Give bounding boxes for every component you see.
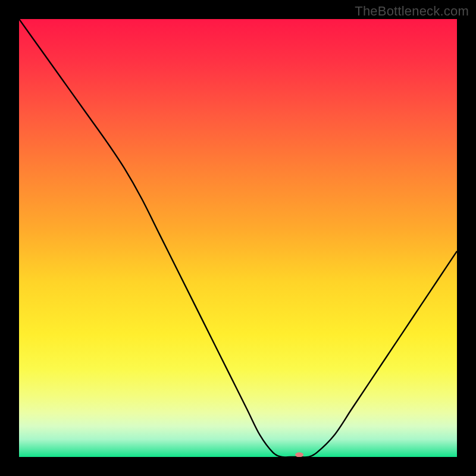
attribution-link[interactable]: TheBottleneck.com <box>355 4 469 19</box>
chart-svg <box>19 19 457 457</box>
marker-dot <box>295 452 303 457</box>
plot-area <box>19 19 457 457</box>
chart-container: TheBottleneck.com <box>0 0 476 476</box>
